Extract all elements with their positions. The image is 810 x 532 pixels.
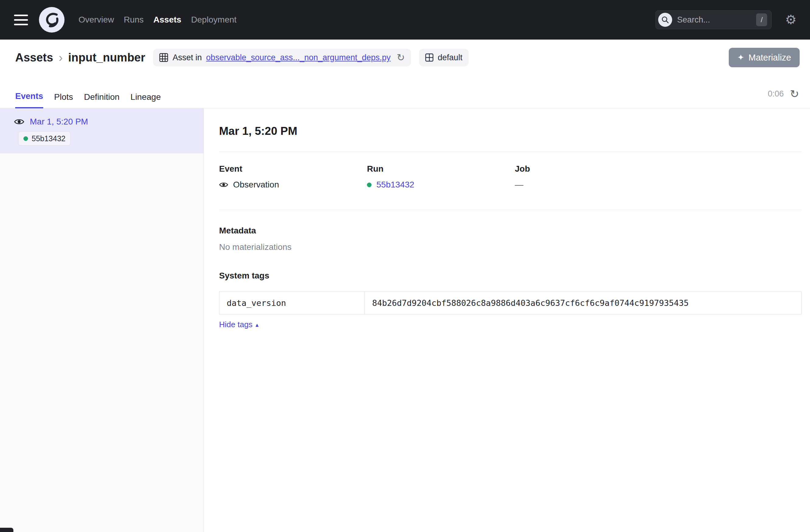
- metadata-empty-text: No materializations: [219, 242, 801, 252]
- search-icon: [658, 13, 672, 27]
- dagster-logo-icon[interactable]: [39, 7, 65, 33]
- asset-grid-icon: [159, 53, 168, 62]
- nav-item-runs[interactable]: Runs: [124, 15, 144, 25]
- bottom-left-partial-element: [0, 528, 13, 532]
- tab-definition[interactable]: Definition: [84, 92, 119, 108]
- event-summary-columns: Event Observation Run: [219, 164, 801, 190]
- system-tags-heading: System tags: [219, 271, 801, 280]
- run-status-dot: [367, 182, 372, 187]
- refresh-timer: 0:06: [768, 89, 784, 99]
- nav-item-overview[interactable]: Overview: [79, 15, 114, 25]
- run-chip-label: 55b13432: [32, 134, 65, 143]
- event-timestamp-link[interactable]: Mar 1, 5:20 PM: [30, 117, 88, 127]
- metadata-heading: Metadata: [219, 226, 801, 236]
- refresh-icon[interactable]: ↻: [790, 88, 799, 99]
- observation-eye-icon: [219, 181, 228, 188]
- divider: [219, 151, 801, 152]
- page-title: input_number: [68, 51, 145, 64]
- top-navbar: Overview Runs Assets Deployment / ⚙: [0, 0, 810, 39]
- job-column: Job —: [515, 164, 663, 190]
- asset-location-prefix: Asset in: [173, 53, 202, 62]
- caret-up-icon: ▴: [256, 321, 259, 328]
- breadcrumb: Assets › input_number: [15, 51, 145, 65]
- divider: [219, 210, 801, 210]
- content-area: Mar 1, 5:20 PM 55b13432 Mar 1, 5:20 PM E…: [0, 108, 810, 532]
- run-column-label: Run: [367, 164, 515, 174]
- search-input[interactable]: [677, 15, 747, 25]
- nav-item-deployment[interactable]: Deployment: [191, 15, 237, 25]
- system-tags-table: data_version 84b26d7d9204cbf588026c8a988…: [219, 292, 801, 315]
- breadcrumb-assets-link[interactable]: Assets: [15, 51, 53, 64]
- materialize-button-label: Materialize: [748, 53, 791, 63]
- tab-events[interactable]: Events: [15, 91, 43, 108]
- event-type-value: Observation: [233, 180, 279, 190]
- sparkle-icon: ✦: [737, 53, 744, 62]
- search-shortcut-key: /: [756, 13, 767, 26]
- run-column: Run 55b13432: [367, 164, 515, 190]
- asset-definition-file-link[interactable]: observable_source_ass..._non_argument_de…: [206, 53, 390, 62]
- tag-value-cell: 84b26d7d9204cbf588026c8a9886d403a6c9637c…: [365, 292, 801, 315]
- run-id-link[interactable]: 55b13432: [376, 180, 415, 190]
- hide-tags-link[interactable]: Hide tags ▴: [219, 320, 259, 329]
- event-list-item-selected[interactable]: Mar 1, 5:20 PM 55b13432: [0, 108, 204, 154]
- repo-badge-label: default: [438, 53, 463, 62]
- observation-eye-icon: [14, 118, 25, 125]
- event-list-sidebar: Mar 1, 5:20 PM 55b13432: [0, 108, 204, 532]
- topbar-right: / ⚙: [655, 10, 797, 29]
- job-column-label: Job: [515, 164, 663, 174]
- event-column-label: Event: [219, 164, 367, 174]
- event-detail-title: Mar 1, 5:20 PM: [219, 125, 801, 138]
- event-detail-panel: Mar 1, 5:20 PM Event Observation: [204, 108, 810, 532]
- settings-gear-icon[interactable]: ⚙: [785, 13, 797, 26]
- table-row: data_version 84b26d7d9204cbf588026c8a988…: [220, 292, 801, 315]
- asset-tabs: Events Plots Definition Lineage 0:06 ↻: [0, 68, 810, 108]
- repo-badge[interactable]: default: [419, 49, 469, 66]
- materialize-button[interactable]: ✦ Materialize: [729, 48, 800, 67]
- reload-definition-icon[interactable]: ↻: [397, 52, 405, 63]
- asset-location-badge: Asset in observable_source_ass..._non_ar…: [153, 49, 411, 66]
- page-header: Assets › input_number Asset in observabl…: [0, 39, 810, 108]
- global-search[interactable]: /: [655, 10, 772, 29]
- repo-icon: [425, 53, 434, 62]
- tab-plots[interactable]: Plots: [54, 92, 73, 108]
- tag-key-cell: data_version: [220, 292, 365, 315]
- chevron-right-icon: ›: [59, 51, 63, 65]
- run-id-chip[interactable]: 55b13432: [18, 131, 70, 145]
- dagster-app: Overview Runs Assets Deployment / ⚙: [0, 0, 810, 532]
- menu-hamburger-icon[interactable]: [14, 15, 28, 25]
- event-column: Event Observation: [219, 164, 367, 190]
- tab-lineage[interactable]: Lineage: [131, 92, 161, 108]
- hide-tags-label: Hide tags: [219, 320, 253, 329]
- nav-item-assets[interactable]: Assets: [153, 15, 181, 25]
- run-status-dot: [23, 136, 28, 141]
- job-empty-value: —: [515, 180, 523, 190]
- top-navigation: Overview Runs Assets Deployment: [79, 15, 237, 25]
